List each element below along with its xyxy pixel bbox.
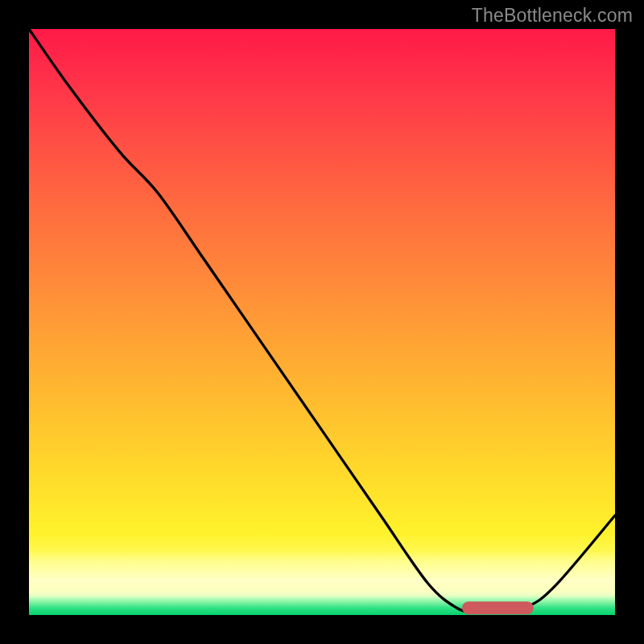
- line-plot: [29, 29, 615, 615]
- curve-path: [29, 29, 615, 612]
- chart-stage: TheBottleneck.com: [0, 0, 644, 644]
- watermark-text: TheBottleneck.com: [472, 5, 633, 27]
- plot-area: [29, 29, 615, 615]
